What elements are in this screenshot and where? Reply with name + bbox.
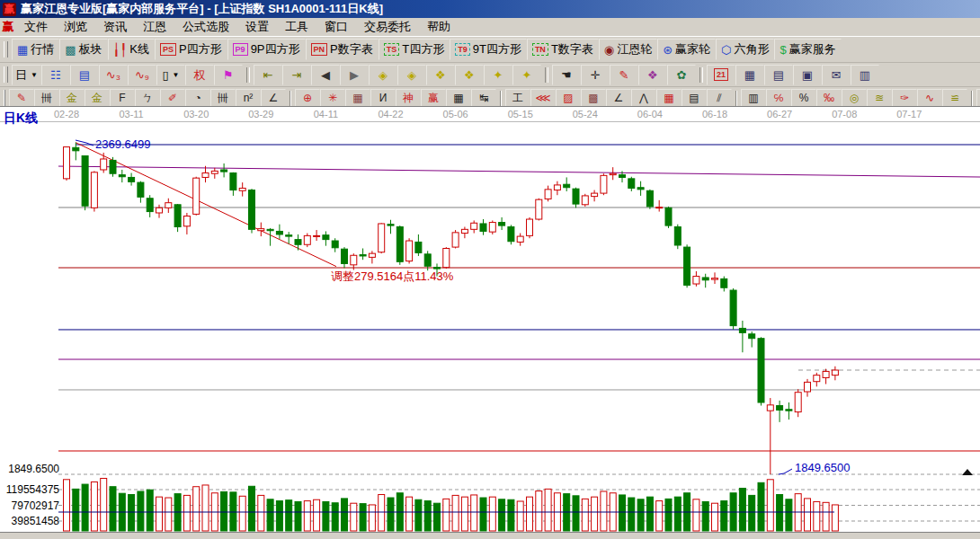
9t-square-label: 9T四方形 [473,41,521,57]
zoom-right[interactable]: ◈ [397,65,426,85]
toolbar-handle[interactable] [4,41,8,57]
zoom-left[interactable]: ◈ [369,65,397,85]
draw-span-arrows[interactable]: ↹ [471,89,496,108]
draw-parallel-lines-icon: ⫽ [717,93,721,103]
angle-measure-tool[interactable]: ✎ [610,65,638,85]
save[interactable]: ▣ [793,65,822,85]
draw-ibeam[interactable]: 工 [505,89,530,108]
flag-marker[interactable]: ⚑ [214,65,243,85]
sectors[interactable]: ▩板块 [59,39,107,60]
draw-fan-box[interactable]: ▨ [556,89,581,108]
zoom-out[interactable]: ✦ [512,65,541,85]
draw-gold-levels-2[interactable]: ≌ [942,89,967,108]
crosshair-tool[interactable]: ✛ [581,65,610,85]
draw-permille[interactable]: ‰ [816,89,842,108]
menu-browse[interactable]: 浏览 [56,19,95,35]
draw-fan-red[interactable]: ⋘ [530,89,556,108]
zoom-in[interactable]: ✦ [484,65,512,85]
calculator[interactable]: ▦ [735,65,764,85]
draw-grid-red[interactable]: ▦ [656,89,682,108]
zoom-out-icon: ✦ [521,69,531,81]
menu-help[interactable]: 帮助 [419,19,459,35]
draw-grid-arrow[interactable]: ▤ [682,89,707,108]
period-daily[interactable]: 日▼ [12,65,41,85]
draw-star-web[interactable]: ✳ [320,89,345,108]
t-number-table[interactable]: TNT数字表 [527,39,599,60]
draw-gold-circle[interactable]: ◎ [842,89,867,108]
menu-formula-picker[interactable]: 公式选股 [174,19,237,35]
draw-angle[interactable]: ∠ [261,89,286,108]
draw-gold-lines-2[interactable]: 金 [85,89,110,108]
kline[interactable]: ╽╿K线 [108,39,155,60]
t-square[interactable]: TST四方形 [379,39,450,60]
calendar-icon: 21 [714,68,728,81]
menu-tools[interactable]: 工具 [277,19,316,35]
menu-trading[interactable]: 交易委托 [356,19,419,35]
draw-shen-lines[interactable]: 神 [396,89,421,108]
menu-news[interactable]: 资讯 [95,19,135,35]
zoom-horizontal[interactable]: ❖ [426,65,455,85]
quotes[interactable]: ▦行情 [12,39,59,60]
draw-grid-123[interactable]: ▦ [446,89,471,108]
period-daily-icon: 日 [15,69,27,81]
toolbar-handle[interactable] [4,66,8,83]
draw-gold-angle-base[interactable]: 金 [976,89,980,108]
9t-square[interactable]: T99T四方形 [450,39,527,60]
draw-n-squared[interactable]: n² [236,89,261,108]
winner-service[interactable]: $赢家服务 [774,39,841,60]
print[interactable]: ▥ [851,65,879,85]
p-number-table[interactable]: PNP数字表 [306,39,379,60]
draw-spiral[interactable]: ㄅ [135,89,160,108]
menu-gann[interactable]: 江恩 [135,19,174,35]
draw-hash-lines-2[interactable]: 卌 [210,89,236,108]
gann-wheel[interactable]: ◉江恩轮 [599,39,657,60]
draw-marker-pen[interactable]: ✑ [892,89,917,108]
draw-gold-levels[interactable]: ≊ [867,89,892,108]
nav-next[interactable]: ▶ [340,65,369,85]
draw-fan-black[interactable]: ∠ [606,89,631,108]
draw-gold-lines-1[interactable]: 金 [59,89,85,108]
draw-circle-cross[interactable]: ⊕ [295,89,320,108]
nav-first[interactable]: ⇤ [254,65,282,85]
toolbar-separator [699,67,703,83]
calendar[interactable]: 21 [707,65,735,85]
nav-prev[interactable]: ◀ [311,65,340,85]
draw-web-box[interactable]: ▩ [581,89,606,108]
chart-overlay[interactable]: ☷ [41,65,70,85]
candle-style[interactable]: ▯▼ [156,65,185,85]
9p-square[interactable]: P99P四方形 [227,39,306,60]
draw-f-lines[interactable]: F [110,89,135,108]
winner-wheel[interactable]: ⊛赢家轮 [657,39,716,60]
draw-ying-lines[interactable]: 赢 [421,89,446,108]
export[interactable]: ✉ [822,65,851,85]
hexagon[interactable]: ⬡六角形 [716,39,774,60]
draw-zigzag[interactable]: И [370,89,396,108]
menu-window[interactable]: 窗口 [316,19,356,35]
draw-columns[interactable]: ▥ [741,89,766,108]
pattern-tool[interactable]: ✿ [667,65,696,85]
p-square[interactable]: PSP四方形 [155,39,227,60]
gann-flower-tool[interactable]: ❖ [638,65,667,85]
draw-wave-levels[interactable]: ∿ [917,89,942,108]
draw-parallel-lines[interactable]: ⫽ [707,89,732,108]
menu-settings[interactable]: 设置 [237,19,277,35]
draw-percent[interactable]: % [791,89,816,108]
mini-chart-3[interactable]: ∿₃ [99,65,128,85]
toolbar-handle[interactable] [4,90,5,106]
mini-chart-9[interactable]: ∿₉ [128,65,156,85]
kline-chart[interactable]: 02-2803-1103-2003-2904-1104-2205-0605-15… [0,106,980,539]
zoom-compress[interactable]: ❖ [455,65,484,85]
draw-hash-lines[interactable]: 卌 [34,89,59,108]
draw-brush[interactable]: ✎ [9,89,34,108]
draw-wave[interactable]: ⋀ [631,89,656,108]
draw-pen[interactable]: ✐ [160,89,185,108]
info-panel[interactable]: ▤ [70,65,99,85]
nav-last[interactable]: ⇥ [282,65,311,85]
hand-tool[interactable]: ☚ [552,65,581,85]
draw-percent-lines[interactable]: ℅ [766,89,791,108]
notebook[interactable]: ▤ [764,65,793,85]
menu-file[interactable]: 文件 [16,19,56,35]
draw-web-grid[interactable]: ▦ [345,89,370,108]
draw-clock[interactable]: ◔ [185,89,210,108]
restore-rights[interactable]: 权 [185,65,214,85]
